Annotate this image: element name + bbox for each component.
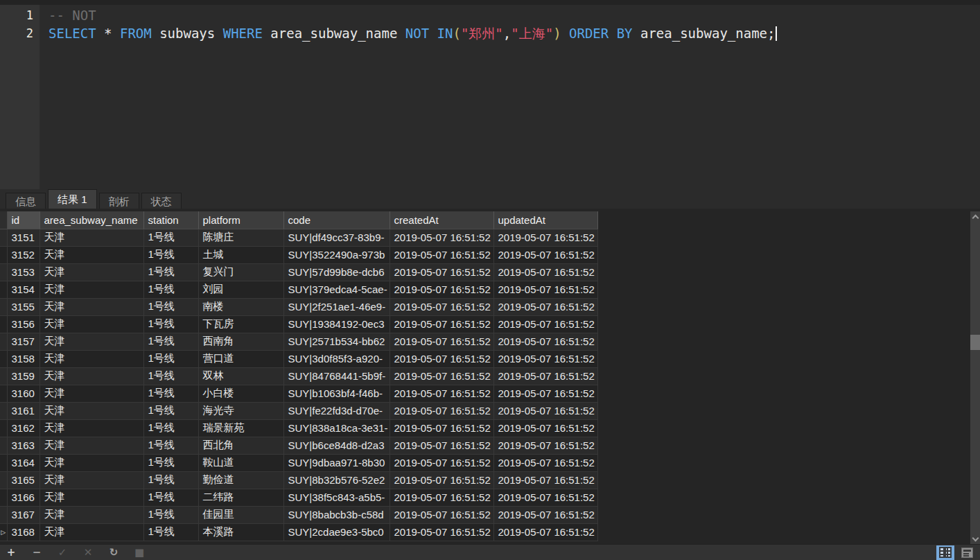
cell-platform[interactable]: 土城 xyxy=(198,246,283,263)
row-marker-cell[interactable] xyxy=(0,281,7,298)
cell-station[interactable]: 1号线 xyxy=(143,523,198,541)
cell-code[interactable]: SUY|838a18ca-3e31- xyxy=(283,419,390,437)
cell-area_subway_name[interactable]: 天津 xyxy=(40,315,143,333)
cell-createdAt[interactable]: 2019-05-07 16:51:52 xyxy=(390,402,493,419)
row-marker-cell[interactable] xyxy=(0,437,7,454)
cell-id[interactable]: 3161 xyxy=(7,402,40,419)
row-marker-cell[interactable] xyxy=(0,471,7,489)
row-marker-cell[interactable] xyxy=(0,229,7,246)
cell-station[interactable]: 1号线 xyxy=(143,454,198,471)
cell-code[interactable]: SUY|8babcb3b-c58d xyxy=(283,506,390,523)
cell-updatedAt[interactable]: 2019-05-07 16:51:52 xyxy=(493,523,597,541)
cell-platform[interactable]: 双林 xyxy=(198,367,283,385)
cell-updatedAt[interactable]: 2019-05-07 16:51:52 xyxy=(493,246,597,263)
cell-code[interactable]: SUY|b6ce84d8-d2a3 xyxy=(283,437,390,454)
cell-area_subway_name[interactable]: 天津 xyxy=(40,437,143,454)
cell-id[interactable]: 3162 xyxy=(7,419,40,437)
cell-id[interactable]: 3164 xyxy=(7,454,40,471)
refresh-button[interactable]: ↻ xyxy=(107,545,121,559)
cell-id[interactable]: 3168 xyxy=(7,523,40,541)
cell-createdAt[interactable]: 2019-05-07 16:51:52 xyxy=(390,454,493,471)
cell-station[interactable]: 1号线 xyxy=(143,402,198,419)
row-marker-cell[interactable] xyxy=(0,489,7,506)
cell-id[interactable]: 3151 xyxy=(7,229,40,246)
stop-button[interactable]: ■ xyxy=(132,545,146,559)
cell-code[interactable]: SUY|3d0f85f3-a920- xyxy=(283,350,390,367)
cell-platform[interactable]: 小白楼 xyxy=(198,385,283,402)
row-marker-cell[interactable] xyxy=(0,298,7,315)
cell-station[interactable]: 1号线 xyxy=(143,419,198,437)
cell-area_subway_name[interactable]: 天津 xyxy=(40,419,143,437)
cell-area_subway_name[interactable]: 天津 xyxy=(40,402,143,419)
cell-id[interactable]: 3154 xyxy=(7,281,40,298)
row-marker-cell[interactable] xyxy=(0,454,7,471)
cell-station[interactable]: 1号线 xyxy=(143,350,198,367)
cell-platform[interactable]: 南楼 xyxy=(198,298,283,315)
row-marker-cell[interactable] xyxy=(0,263,7,281)
cell-createdAt[interactable]: 2019-05-07 16:51:52 xyxy=(390,419,493,437)
cell-platform[interactable]: 本溪路 xyxy=(198,523,283,541)
row-marker-cell[interactable]: ▷ xyxy=(0,523,7,541)
tab-profile[interactable]: 剖析 xyxy=(99,193,139,209)
cell-id[interactable]: 3160 xyxy=(7,385,40,402)
cell-updatedAt[interactable]: 2019-05-07 16:51:52 xyxy=(493,506,597,523)
cell-station[interactable]: 1号线 xyxy=(143,263,198,281)
cell-updatedAt[interactable]: 2019-05-07 16:51:52 xyxy=(493,281,597,298)
form-view-button[interactable] xyxy=(958,545,976,560)
cell-station[interactable]: 1号线 xyxy=(143,506,198,523)
cell-area_subway_name[interactable]: 天津 xyxy=(40,506,143,523)
cell-updatedAt[interactable]: 2019-05-07 16:51:52 xyxy=(493,454,597,471)
cell-platform[interactable]: 下瓦房 xyxy=(198,315,283,333)
column-header-updatedAt[interactable]: updatedAt xyxy=(493,211,597,229)
cell-station[interactable]: 1号线 xyxy=(143,489,198,506)
cell-area_subway_name[interactable]: 天津 xyxy=(40,454,143,471)
cell-id[interactable]: 3166 xyxy=(7,489,40,506)
cell-station[interactable]: 1号线 xyxy=(143,281,198,298)
cell-platform[interactable]: 刘园 xyxy=(198,281,283,298)
cell-id[interactable]: 3163 xyxy=(7,437,40,454)
cell-station[interactable]: 1号线 xyxy=(143,298,198,315)
cell-updatedAt[interactable]: 2019-05-07 16:51:52 xyxy=(493,263,597,281)
cell-createdAt[interactable]: 2019-05-07 16:51:52 xyxy=(390,367,493,385)
row-marker-cell[interactable] xyxy=(0,367,7,385)
tab-result-1[interactable]: 结果 1 xyxy=(48,189,97,209)
cell-station[interactable]: 1号线 xyxy=(143,315,198,333)
cell-code[interactable]: SUY|fe22fd3d-d70e- xyxy=(283,402,390,419)
cell-updatedAt[interactable]: 2019-05-07 16:51:52 xyxy=(493,489,597,506)
cell-platform[interactable]: 西南角 xyxy=(198,333,283,350)
tab-info[interactable]: 信息 xyxy=(6,193,46,209)
row-marker-cell[interactable] xyxy=(0,246,7,263)
cell-platform[interactable]: 二纬路 xyxy=(198,489,283,506)
cell-area_subway_name[interactable]: 天津 xyxy=(40,281,143,298)
cell-station[interactable]: 1号线 xyxy=(143,471,198,489)
cell-code[interactable]: SUY|2571b534-bb62 xyxy=(283,333,390,350)
cell-platform[interactable]: 营口道 xyxy=(198,350,283,367)
cell-platform[interactable]: 鞍山道 xyxy=(198,454,283,471)
row-marker-cell[interactable] xyxy=(0,350,7,367)
cell-code[interactable]: SUY|2cdae9e3-5bc0 xyxy=(283,523,390,541)
cell-createdAt[interactable]: 2019-05-07 16:51:52 xyxy=(390,437,493,454)
cell-createdAt[interactable]: 2019-05-07 16:51:52 xyxy=(390,471,493,489)
cell-code[interactable]: SUY|38f5c843-a5b5- xyxy=(283,489,390,506)
cell-station[interactable]: 1号线 xyxy=(143,367,198,385)
cell-code[interactable]: SUY|57d99b8e-dcb6 xyxy=(283,263,390,281)
cell-createdAt[interactable]: 2019-05-07 16:51:52 xyxy=(390,385,493,402)
cell-updatedAt[interactable]: 2019-05-07 16:51:52 xyxy=(493,350,597,367)
cell-updatedAt[interactable]: 2019-05-07 16:51:52 xyxy=(493,229,597,246)
cell-updatedAt[interactable]: 2019-05-07 16:51:52 xyxy=(493,402,597,419)
cell-updatedAt[interactable]: 2019-05-07 16:51:52 xyxy=(493,419,597,437)
cell-platform[interactable]: 复兴门 xyxy=(198,263,283,281)
cell-area_subway_name[interactable]: 天津 xyxy=(40,385,143,402)
cell-station[interactable]: 1号线 xyxy=(143,229,198,246)
grid-view-button[interactable] xyxy=(936,545,954,560)
grid-vertical-scrollbar[interactable] xyxy=(970,211,980,544)
cell-createdAt[interactable]: 2019-05-07 16:51:52 xyxy=(390,523,493,541)
cell-code[interactable]: SUY|379edca4-5cae- xyxy=(283,281,390,298)
row-marker-cell[interactable] xyxy=(0,315,7,333)
column-header-platform[interactable]: platform xyxy=(198,211,283,229)
row-marker-cell[interactable] xyxy=(0,419,7,437)
cell-area_subway_name[interactable]: 天津 xyxy=(40,229,143,246)
cell-id[interactable]: 3165 xyxy=(7,471,40,489)
cell-id[interactable]: 3153 xyxy=(7,263,40,281)
cell-id[interactable]: 3152 xyxy=(7,246,40,263)
